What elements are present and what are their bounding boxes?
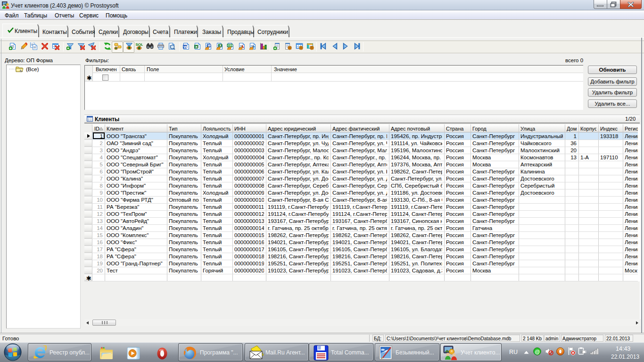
svg-text:SQL: SQL [136,42,143,47]
svg-text:W: W [183,45,187,49]
svg-text:X: X [195,45,198,49]
svg-text:@: @ [535,349,540,354]
